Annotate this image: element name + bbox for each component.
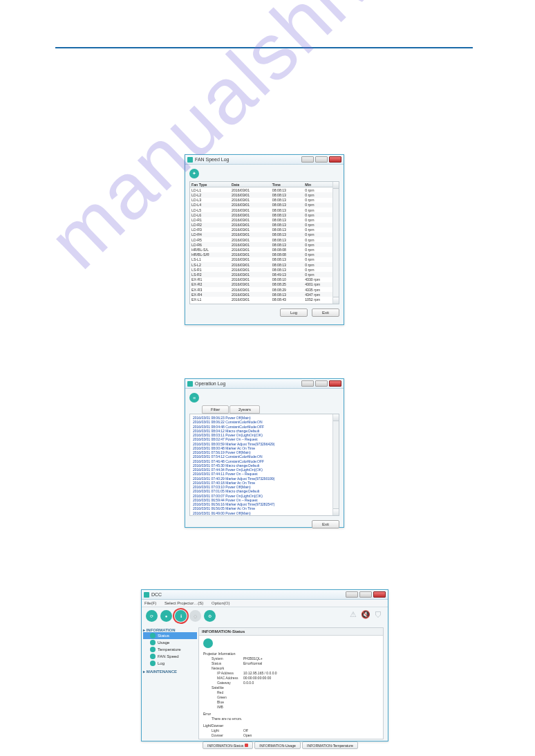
table-cell: 08:08:13 xyxy=(271,192,303,197)
2years-tab[interactable]: 2years xyxy=(229,405,260,414)
exit-button[interactable]: Exit xyxy=(312,308,339,317)
vertical-scrollbar[interactable] xyxy=(332,182,339,304)
tab-information-temperature[interactable]: INFORMATION-Temperature xyxy=(302,741,358,749)
minimize-button[interactable] xyxy=(301,156,314,163)
tree-item-log[interactable]: Log xyxy=(143,660,197,667)
table-row[interactable]: HR/BL-S/R2016/03/0108:08:080 rpm xyxy=(190,252,339,257)
toolbar-status-icon[interactable]: ● xyxy=(160,610,172,622)
table-cell: 08:08:13 xyxy=(271,198,303,203)
table-cell: 2016/03/01 xyxy=(230,262,271,267)
table-cell: EX-R3 xyxy=(190,287,230,292)
table-row[interactable]: EX-R42016/03/0108:08:134347 rpm xyxy=(190,292,339,297)
table-cell: 08:08:13 xyxy=(271,242,303,247)
toolbar-settings-icon[interactable]: ⚙ xyxy=(204,610,216,622)
table-cell: 2016/03/01 xyxy=(230,292,271,297)
toolbar-info-icon[interactable]: ℹ xyxy=(175,610,187,622)
table-row[interactable]: LS-R22016/03/0108:49:130 rpm xyxy=(190,272,339,277)
table-row[interactable]: LS-L12016/03/0108:08:130 rpm xyxy=(190,257,339,262)
table-cell: 08:08:13 xyxy=(271,203,303,208)
titlebar[interactable]: FAN Speed Log xyxy=(185,155,344,165)
table-cell: LS-R2 xyxy=(190,272,230,277)
menu-select-projector[interactable]: Select Projector…(S) xyxy=(165,601,203,605)
toolbar-disabled-icon: ◌ xyxy=(189,610,201,622)
filter-tab[interactable]: Filter xyxy=(202,405,229,414)
table-cell: 08:08:13 xyxy=(271,237,303,242)
table-row[interactable]: LD-L32016/03/0108:08:130 rpm xyxy=(190,198,339,203)
titlebar[interactable]: Operation Log xyxy=(185,379,344,389)
satellite-label: Satellite xyxy=(203,685,243,690)
table-cell: HR/BL-S/R xyxy=(190,252,230,257)
toolbar-connect-icon[interactable]: ⟳ xyxy=(146,610,158,622)
blue-label: Blue xyxy=(203,700,243,705)
table-row[interactable]: LD-R52016/03/0108:08:130 rpm xyxy=(190,237,339,242)
tree-item-temperature[interactable]: Temperature xyxy=(143,646,197,653)
warning-icon: ⚠ xyxy=(350,610,357,619)
red-label: Red xyxy=(203,690,243,695)
table-cell: 2016/03/01 xyxy=(230,277,271,282)
close-button[interactable] xyxy=(329,380,341,387)
close-button[interactable] xyxy=(373,591,386,598)
maximize-button[interactable] xyxy=(359,591,372,598)
table-row[interactable]: LD-R32016/03/0108:08:130 rpm xyxy=(190,228,339,232)
table-row[interactable]: LD-R42016/03/0108:08:130 rpm xyxy=(190,232,339,237)
tab-information-status[interactable]: INFORMATION-Status xyxy=(203,741,253,749)
menu-file[interactable]: File(F) xyxy=(144,601,156,605)
table-cell: LS-L1 xyxy=(190,257,230,262)
table-row[interactable]: LD-L42016/03/0108:08:130 rpm xyxy=(190,203,339,208)
column-header[interactable]: Date xyxy=(230,182,271,187)
tree-item-usage[interactable]: Usage xyxy=(143,639,197,646)
table-cell: LD-L6 xyxy=(190,212,230,217)
table-cell: LD-L2 xyxy=(190,192,230,197)
table-cell: 2016/03/01 xyxy=(230,287,271,292)
system-label: System xyxy=(203,656,243,661)
table-row[interactable]: LD-L22016/03/0108:08:130 rpm xyxy=(190,192,339,197)
page-header-rule xyxy=(55,47,473,48)
tree-item-fan-speed[interactable]: FAN Speed xyxy=(143,653,197,660)
minimize-button[interactable] xyxy=(346,591,358,598)
table-row[interactable]: EX-R22016/03/0108:08:254301 rpm xyxy=(190,282,339,287)
table-cell: 08:08:13 xyxy=(271,217,303,222)
minimize-button[interactable] xyxy=(301,380,314,387)
table-row[interactable]: LD-R62016/03/0108:08:130 rpm xyxy=(190,242,339,247)
window-icon xyxy=(144,592,149,598)
window-title: DCC xyxy=(151,592,162,597)
table-cell: LD-L5 xyxy=(190,208,230,212)
table-cell: 08:08:13 xyxy=(271,208,303,212)
table-row[interactable]: HR/BL-S/L2016/03/0108:08:080 rpm xyxy=(190,247,339,252)
column-header[interactable]: Time xyxy=(271,182,303,187)
table-cell: 08:08:13 xyxy=(271,257,303,262)
exit-button[interactable]: Exit xyxy=(312,520,339,528)
column-header[interactable]: Fan Type xyxy=(190,182,230,187)
table-row[interactable]: LD-L12016/03/0108:08:130 rpm xyxy=(190,187,339,193)
table-row[interactable]: LD-R12016/03/0108:08:130 rpm xyxy=(190,217,339,222)
table-row[interactable]: LD-L62016/03/0108:08:130 rpm xyxy=(190,212,339,217)
status-value: ErrorNormal xyxy=(243,661,262,666)
table-cell: 2016/03/01 xyxy=(230,257,271,262)
projector-info-label: Projector Information xyxy=(203,652,379,656)
table-cell: 2016/03/01 xyxy=(230,247,271,252)
status-panel-icon xyxy=(203,638,213,648)
close-button[interactable] xyxy=(329,156,341,163)
tree-root-maintenance[interactable]: ▸ MAINTENANCE xyxy=(143,669,197,674)
mac-value: 00:00:00:00:00:00 xyxy=(243,676,271,681)
table-row[interactable]: LD-L52016/03/0108:08:130 rpm xyxy=(190,208,339,212)
menu-option[interactable]: Option(O) xyxy=(212,601,229,605)
table-cell: LD-R1 xyxy=(190,217,230,222)
table-row[interactable]: LS-L22016/03/0108:08:130 rpm xyxy=(190,262,339,267)
log-button[interactable]: Log xyxy=(280,308,308,317)
tab-information-usage[interactable]: INFORMATION-Usage xyxy=(254,741,301,749)
maximize-button[interactable] xyxy=(315,380,328,387)
titlebar[interactable]: DCC xyxy=(142,590,388,600)
maximize-button[interactable] xyxy=(315,156,328,163)
table-cell: 08:08:13 xyxy=(271,223,303,228)
table-row[interactable]: EX-R32016/03/0108:08:294335 rpm xyxy=(190,287,339,292)
error-label: Error xyxy=(203,712,379,717)
log-entry[interactable]: 2016/03/01 06:49:00 Power Off(Main) xyxy=(193,511,336,515)
table-row[interactable]: EX-L12016/03/0108:08:431052 rpm xyxy=(190,297,339,302)
vertical-scrollbar[interactable] xyxy=(332,414,339,515)
table-row[interactable]: LS-R12016/03/0108:08:130 rpm xyxy=(190,267,339,272)
tree-root-information[interactable]: ▸ INFORMATION xyxy=(143,627,197,632)
table-row[interactable]: EX-R12016/03/0108:08:104330 rpm xyxy=(190,277,339,282)
table-row[interactable]: LD-R22016/03/0108:08:130 rpm xyxy=(190,223,339,228)
tree-item-status[interactable]: Status xyxy=(143,632,197,639)
